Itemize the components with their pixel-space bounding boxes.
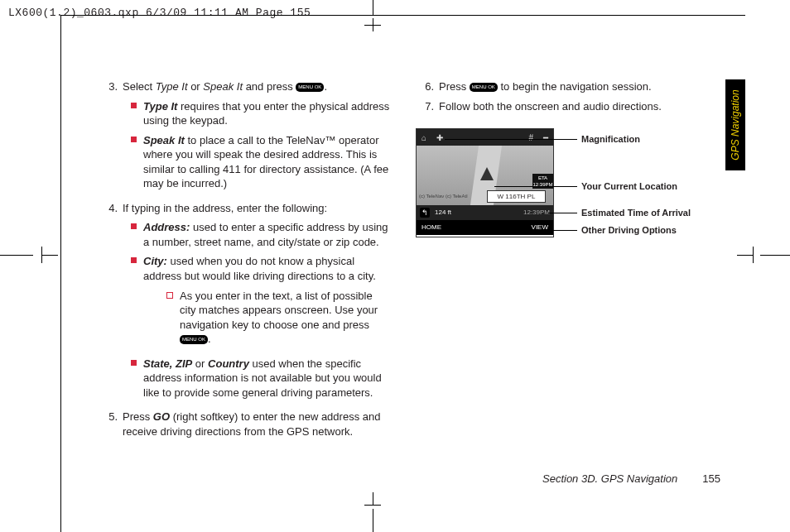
map-copyright: (c) TeleNav (c) TeleAtl — [419, 193, 467, 199]
cropmark — [373, 0, 373, 15]
minus-icon: ━ — [543, 132, 548, 144]
bullet-icon — [131, 360, 137, 366]
footer-page-number: 155 — [702, 472, 720, 485]
step-7: Follow both the onscreen and audio direc… — [439, 99, 707, 114]
step-4-sub-2a: As you enter in the text, a list of poss… — [180, 289, 391, 347]
plus-icon: ✚ — [436, 132, 443, 144]
qxp-header: LX600(1.2)_0603.qxp 6/3/09 11:11 AM Page… — [8, 7, 311, 19]
distance: 124 ft — [435, 208, 451, 218]
step-3-sub-2: Speak It to place a call to the TeleNav™… — [143, 133, 391, 191]
home-icon: ⌂ — [421, 132, 426, 144]
leader-line — [538, 230, 577, 231]
text: used when you do not know a physical add… — [143, 255, 376, 282]
term: Speak It — [143, 134, 185, 146]
footer-section: Section 3D. GPS Navigation — [542, 472, 677, 485]
text: Select — [123, 80, 156, 93]
softkey-view: VIEW — [532, 223, 548, 232]
step-num-5: 5. — [99, 410, 123, 439]
callout-magnification: Magnification — [581, 135, 640, 144]
step-5: Press GO (right softkey) to enter the ne… — [123, 410, 391, 439]
column-left: 3. Select Type It or Speak It and press … — [99, 74, 391, 443]
term-speak-it: Speak It — [203, 80, 243, 93]
hash-icon: # — [528, 132, 533, 144]
turn-icon: ↰ — [420, 208, 430, 218]
sub-bullet-icon — [166, 292, 173, 299]
bullet-icon — [131, 223, 137, 229]
step-4: If typing in the address, enter the foll… — [123, 201, 391, 405]
term: Type It — [143, 100, 177, 113]
cropmark — [41, 255, 58, 256]
bullet-icon — [131, 103, 137, 108]
bar-time: 12:39PM — [523, 208, 550, 218]
step-num-4: 4. — [99, 201, 123, 405]
text: Press — [439, 80, 470, 93]
page-frame-top — [60, 15, 745, 16]
text: . — [208, 333, 211, 345]
step-num-7: 7. — [416, 99, 439, 114]
bullet-icon — [131, 257, 137, 263]
term-type-it: Type It — [156, 80, 188, 93]
step-num-3: 3. — [99, 79, 123, 196]
nav-screenshot-diagram: ⌂ ✚ # ━ (c) TeleNav (c) TeleAtl W 116TH … — [416, 128, 707, 269]
content: 3. Select Type It or Speak It and press … — [99, 74, 745, 521]
page-frame-left — [60, 15, 61, 532]
page-footer: Section 3D. GPS Navigation 155 — [414, 472, 720, 485]
text: If typing in the address, enter the foll… — [123, 202, 327, 214]
device-statusbar: ⌂ ✚ # ━ — [417, 129, 553, 146]
leader-line — [445, 139, 577, 140]
step-6: Press MENU OK to begin the navigation se… — [439, 79, 707, 94]
step-4-sub-2: City: used when you do not know a physic… — [143, 254, 391, 351]
cropmark — [0, 255, 33, 256]
step-4-sub-1: Address: used to enter a specific addres… — [143, 220, 391, 249]
text: As you enter in the text, a list of poss… — [180, 290, 378, 331]
ok-key-icon: MENU OK — [470, 83, 498, 92]
column-right: 6. Press MENU OK to begin the navigation… — [416, 74, 707, 443]
device-softkeys: HOME VIEW — [417, 220, 553, 235]
term: Address: — [143, 221, 190, 233]
current-location-arrow — [480, 167, 494, 180]
page: { "header_line": "LX600(1.2)_0603.qxp 6/… — [0, 0, 790, 532]
term: City: — [143, 255, 167, 267]
callout-eta: Estimated Time of Arrival — [581, 208, 691, 218]
text: and press — [243, 80, 296, 93]
text: Press — [123, 410, 153, 423]
eta-label: ETA — [538, 175, 547, 180]
term: GO — [153, 410, 170, 423]
callout-options: Other Driving Options — [581, 226, 677, 235]
leader-line — [548, 213, 577, 213]
step-3-sub-1: Type It requires that you enter the phys… — [143, 99, 391, 128]
text: or — [192, 357, 208, 370]
step-4-sub-3: State, ZIP or Country used when the spec… — [143, 357, 391, 400]
text: requires that you enter the physical add… — [143, 100, 389, 127]
cropmark — [373, 18, 373, 31]
cropmark — [760, 255, 790, 256]
cropmark — [753, 247, 754, 263]
term: Country — [208, 357, 249, 370]
text: to begin the navigation session. — [498, 80, 652, 93]
device-navbar: ↰ 124 ft 12:39PM — [417, 205, 553, 220]
step-num-6: 6. — [416, 79, 439, 94]
callout-location: Your Current Location — [581, 182, 677, 191]
device-mock: ⌂ ✚ # ━ (c) TeleNav (c) TeleAtl W 116TH … — [416, 128, 554, 237]
ok-key-icon: MENU OK — [296, 83, 324, 92]
cropmark — [41, 247, 42, 263]
softkey-home: HOME — [421, 223, 441, 232]
bullet-icon — [131, 137, 137, 142]
ok-key-icon: MENU OK — [180, 335, 208, 344]
step-3: Select Type It or Speak It and press MEN… — [123, 79, 391, 196]
text: or — [188, 80, 204, 93]
text: . — [324, 80, 327, 93]
term: State, ZIP — [143, 357, 192, 370]
leader-line — [494, 186, 577, 187]
street-banner: W 116TH PL — [487, 190, 546, 203]
